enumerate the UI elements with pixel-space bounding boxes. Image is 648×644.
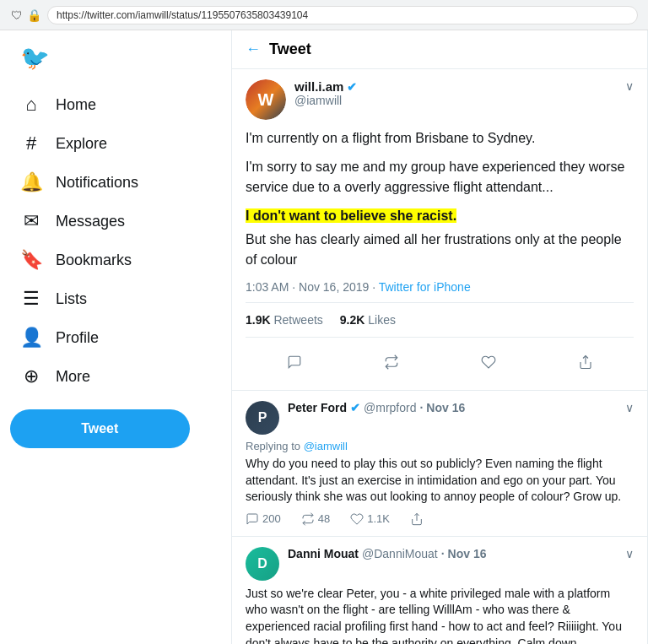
tweet-timestamp: 1:03 AM · Nov 16, 2019 · xyxy=(246,280,379,294)
like-stat: 9.2K Likes xyxy=(340,313,396,327)
tweet-para-3: I don't want to believe she racist. xyxy=(246,206,634,226)
verified-badge: ✔ xyxy=(347,80,357,94)
sidebar-item-bookmarks[interactable]: 🔖 Bookmarks xyxy=(10,241,221,279)
tweet-highlight: I don't want to believe she racist. xyxy=(246,208,456,223)
url-text: https://twitter.com/iamwill/status/11955… xyxy=(57,9,308,21)
peter-verified-badge: ✔ xyxy=(350,401,360,414)
sidebar-item-messages-label: Messages xyxy=(56,213,125,230)
tweet-stats: 1.9K Retweets 9.2K Likes xyxy=(246,302,634,338)
peter-reply-count: 200 xyxy=(262,512,281,525)
peter-retweet-count: 48 xyxy=(318,512,330,525)
peter-reply-text: Why do you need to play this out so publ… xyxy=(246,456,634,506)
sidebar-item-explore-label: Explore xyxy=(56,135,107,153)
twitter-logo[interactable]: 🐦 xyxy=(10,37,221,85)
reply-tweet-danni: D Danni Mouat @DanniMouat · Nov 16 ∨ Jus… xyxy=(232,537,647,644)
peter-like-count: 1.1K xyxy=(367,512,390,525)
peter-name: Peter Ford ✔ @mrpford · Nov 16 xyxy=(288,401,617,414)
expand-icon[interactable]: ∨ xyxy=(625,79,634,93)
retweet-action-button[interactable] xyxy=(377,348,406,376)
sidebar-item-explore[interactable]: # Explore xyxy=(10,124,221,163)
url-bar[interactable]: https://twitter.com/iamwill/status/11955… xyxy=(47,6,638,24)
tweet-button[interactable]: Tweet xyxy=(10,409,190,448)
tweet-meta: 1:03 AM · Nov 16, 2019 · Twitter for iPh… xyxy=(246,280,634,294)
reply-tweet-peter: P Peter Ford ✔ @mrpford · Nov 16 ∨ Reply… xyxy=(232,391,647,537)
tweet-para-4: But she has clearly aimed all her frustr… xyxy=(246,230,634,270)
danni-author-row: D Danni Mouat @DanniMouat · Nov 16 ∨ xyxy=(246,547,634,581)
like-label: Likes xyxy=(368,313,396,327)
danni-avatar: D xyxy=(246,547,279,581)
peter-like-button[interactable]: 1.1K xyxy=(350,512,390,526)
like-count: 9.2K xyxy=(340,313,365,327)
sidebar-item-lists[interactable]: ☰ Lists xyxy=(10,279,221,318)
sidebar-item-profile[interactable]: 👤 Profile xyxy=(10,318,221,357)
author-info: will.i.am ✔ @iamwill xyxy=(294,79,617,107)
tweet-text-body: I'm currently on a flight from Brisbane … xyxy=(246,128,634,270)
danni-handle: @DanniMouat xyxy=(362,547,438,560)
sidebar-item-notifications[interactable]: 🔔 Notifications xyxy=(10,163,221,202)
peter-replying-link[interactable]: @iamwill xyxy=(304,440,348,452)
peter-info: Peter Ford ✔ @mrpford · Nov 16 xyxy=(288,401,617,414)
browser-nav-icons: 🛡 🔒 xyxy=(10,8,40,22)
sidebar-item-home[interactable]: ⌂ Home xyxy=(10,85,221,124)
peter-reply-button[interactable]: 200 xyxy=(246,512,281,526)
peter-avatar: P xyxy=(246,401,279,435)
tweet-header-title: Tweet xyxy=(269,41,311,58)
app-container: 🐦 ⌂ Home # Explore 🔔 Notifications ✉ Mes… xyxy=(0,30,648,644)
sidebar-item-messages[interactable]: ✉ Messages xyxy=(10,202,221,241)
avatar-image: W xyxy=(246,79,286,120)
tweet-para-2: I'm sorry to say me and my group have ex… xyxy=(246,157,634,198)
browser-bar: 🛡 🔒 https://twitter.com/iamwill/status/1… xyxy=(0,0,648,30)
main-content: ← Tweet W will.i.am ✔ @iamwill ∨ I'm c xyxy=(232,30,648,644)
messages-icon: ✉ xyxy=(20,210,42,232)
tweet-author-row: W will.i.am ✔ @iamwill ∨ xyxy=(246,79,634,120)
twitter-source-link[interactable]: Twitter for iPhone xyxy=(379,280,471,294)
peter-reply-actions: 200 48 1.1K xyxy=(246,512,634,526)
danni-date: · xyxy=(441,547,445,560)
danni-date-val: Nov 16 xyxy=(448,547,487,560)
danni-reply-text: Just so we're clear Peter, you - a white… xyxy=(246,586,634,644)
sidebar: 🐦 ⌂ Home # Explore 🔔 Notifications ✉ Mes… xyxy=(0,30,232,644)
notifications-icon: 🔔 xyxy=(20,171,42,193)
shield-icon: 🛡 xyxy=(10,8,24,22)
retweet-stat: 1.9K Retweets xyxy=(246,313,323,327)
main-tweet: W will.i.am ✔ @iamwill ∨ I'm currently o… xyxy=(232,69,647,391)
explore-icon: # xyxy=(20,133,42,154)
author-handle: @iamwill xyxy=(294,94,617,107)
sidebar-item-notifications-label: Notifications xyxy=(56,174,138,192)
lists-icon: ☰ xyxy=(20,288,42,310)
danni-expand-icon[interactable]: ∨ xyxy=(625,547,634,560)
danni-name: Danni Mouat @DanniMouat · Nov 16 xyxy=(288,547,617,560)
reply-action-button[interactable] xyxy=(280,348,309,376)
profile-icon: 👤 xyxy=(20,327,42,349)
home-icon: ⌂ xyxy=(20,94,42,116)
sidebar-item-profile-label: Profile xyxy=(56,329,99,347)
main-tweet-avatar: W xyxy=(246,79,286,120)
tweet-para-1: I'm currently on a flight from Brisbane … xyxy=(246,128,634,149)
sidebar-item-more[interactable]: ⊕ More xyxy=(10,357,221,396)
tweet-header: ← Tweet xyxy=(232,30,647,69)
like-action-button[interactable] xyxy=(474,348,503,376)
share-action-button[interactable] xyxy=(571,348,600,376)
danni-info: Danni Mouat @DanniMouat · Nov 16 xyxy=(288,547,617,560)
back-button[interactable]: ← xyxy=(246,41,261,58)
author-name: will.i.am ✔ xyxy=(294,79,617,94)
sidebar-item-bookmarks-label: Bookmarks xyxy=(56,252,132,269)
peter-avatar-image: P xyxy=(246,401,279,435)
retweet-label: Retweets xyxy=(273,313,322,327)
peter-retweet-button[interactable]: 48 xyxy=(301,512,330,526)
bookmarks-icon: 🔖 xyxy=(20,249,42,271)
lock-icon: 🔒 xyxy=(27,8,40,22)
sidebar-item-home-label: Home xyxy=(56,96,96,114)
peter-expand-icon[interactable]: ∨ xyxy=(625,401,634,414)
danni-avatar-image: D xyxy=(246,547,279,581)
peter-date-val: Nov 16 xyxy=(426,401,465,414)
sidebar-item-lists-label: Lists xyxy=(56,290,87,308)
peter-replying-to: Replying to @iamwill xyxy=(246,440,634,452)
retweet-count: 1.9K xyxy=(246,313,271,327)
peter-handle: @mrpford xyxy=(364,401,416,414)
peter-share-button[interactable] xyxy=(410,512,424,526)
tweet-actions xyxy=(246,344,634,380)
peter-date: · xyxy=(419,401,423,414)
peter-author-row: P Peter Ford ✔ @mrpford · Nov 16 ∨ xyxy=(246,401,634,435)
more-icon: ⊕ xyxy=(20,365,42,387)
